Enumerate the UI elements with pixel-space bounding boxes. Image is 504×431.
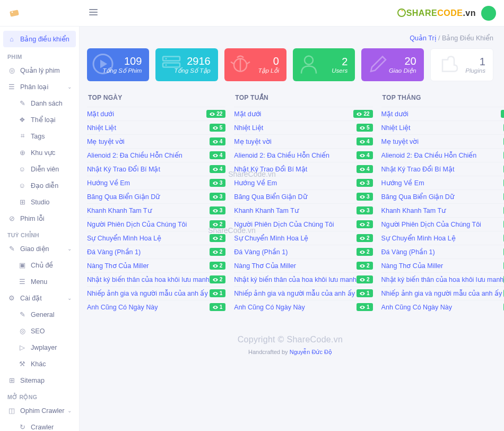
nav-chude[interactable]: ▣Chủ đề <box>0 257 79 273</box>
rank-link[interactable]: Nhiệt Liệt <box>87 124 210 132</box>
rank-link[interactable]: Khanh Khanh Tam Tư <box>87 206 210 214</box>
view-badge: 3 <box>210 179 226 187</box>
rank-link[interactable]: Mặt dưới <box>381 110 501 118</box>
rank-link[interactable]: Mặt dưới <box>234 110 353 118</box>
target-icon: ◎ <box>18 327 27 335</box>
rank-link[interactable]: Người Phiên Dịch Của Chúng Tôi <box>87 220 210 228</box>
nav-seo[interactable]: ◎SEO <box>0 323 79 339</box>
rank-row: Nàng Thơ Của Miller 2 <box>381 258 504 272</box>
nav-general[interactable]: ✎General <box>0 306 79 323</box>
rank-link[interactable]: Hướng Về Em <box>234 179 357 187</box>
author-link[interactable]: Nguyễn Đức Độ <box>290 349 332 355</box>
rank-row: Hướng Về Em 3 <box>87 176 225 189</box>
rank-link[interactable]: Nàng Thơ Của Miller <box>234 262 357 270</box>
nav-sitemap[interactable]: ⊞Sitemap <box>0 372 79 389</box>
rank-link[interactable]: Mặt dưới <box>87 110 206 118</box>
rank-link[interactable]: Nhiếp ảnh gia và người mẫu của anh ấy <box>234 289 357 297</box>
puzzle-icon <box>435 53 458 77</box>
rank-row: Băng Qua Biển Giận Dữ 3 <box>87 189 225 203</box>
rank-link[interactable]: Khanh Khanh Tam Tư <box>381 206 504 214</box>
rank-row: Alienoid 2: Đa Chiều Hỗn Chiến 4 <box>87 148 225 162</box>
rank-link[interactable]: Nàng Thơ Của Miller <box>87 262 210 270</box>
nav-khac[interactable]: ⚒Khác <box>0 356 79 372</box>
nav-ophim-crawler[interactable]: ◫Ophim Crawler⌄ <box>0 402 79 419</box>
nav-menu[interactable]: ☰Menu <box>0 273 79 290</box>
nav-dashboard[interactable]: ⌂Bảng điều khiển <box>3 31 76 47</box>
nav-quanly-phim[interactable]: ◎Quản lý phim <box>0 62 79 79</box>
chevron-down-icon: ⌄ <box>67 84 72 90</box>
stat-users[interactable]: 2 Users <box>293 48 355 81</box>
svg-line-9 <box>231 62 234 64</box>
nav-danhsach[interactable]: ✎Danh sách <box>0 95 79 111</box>
rank-row: Hướng Về Em 3 <box>381 176 504 189</box>
rank-link[interactable]: Băng Qua Biển Giận Dữ <box>234 193 357 201</box>
nav-crawler[interactable]: ↻Crawler <box>0 419 79 431</box>
nav-phanloai[interactable]: ☰Phân loại⌄ <box>0 79 79 95</box>
rank-link[interactable]: Nhật Ký Trao Đổi Bí Mật <box>234 165 357 173</box>
rank-link[interactable]: Alienoid 2: Đa Chiều Hỗn Chiến <box>87 151 210 159</box>
rank-link[interactable]: Người Phiên Dịch Của Chúng Tôi <box>234 220 357 228</box>
main-content: Quản Trị / Bảng Điều Khiển 109 Tổng Số P… <box>80 27 504 431</box>
rank-row: Alienoid 2: Đa Chiều Hỗn Chiến 4 <box>381 148 504 162</box>
rank-link[interactable]: Anh Cũng Có Ngày Này <box>381 304 504 311</box>
rank-link[interactable]: Đá Vàng (Phần 1) <box>234 248 357 256</box>
view-badge: 4 <box>210 151 226 159</box>
rank-link[interactable]: Nhật ký biến thân của hoa khôi lưu manh <box>234 275 357 283</box>
rank-link[interactable]: Nhiếp ảnh gia và người mẫu của anh ấy <box>87 289 210 297</box>
nav-studio[interactable]: ⊞Studio <box>0 194 79 210</box>
rank-row: Nhiệt Liệt 5 <box>87 120 225 134</box>
rank-link[interactable]: Nhật ký biến thân của hoa khôi lưu manh <box>381 275 504 283</box>
view-badge: 2 <box>210 262 226 270</box>
rank-link[interactable]: Mẹ tuyệt vời <box>87 137 210 145</box>
rank-link[interactable]: Mẹ tuyệt vời <box>234 137 357 145</box>
nav-daodien[interactable]: ☺Đạo diễn <box>0 177 79 194</box>
rank-link[interactable]: Alienoid 2: Đa Chiều Hỗn Chiến <box>381 151 504 159</box>
rank-row: Mặt dưới 22 <box>234 107 372 120</box>
nav-giaodien[interactable]: ✎Giao diện⌄ <box>0 240 79 257</box>
rank-row: Anh Cũng Có Ngày Này 1 <box>381 300 504 314</box>
rank-link[interactable]: Sự Chuyển Mình Hoa Lệ <box>381 234 504 242</box>
nav-jwplayer[interactable]: ▷Jwplayer <box>0 339 79 356</box>
rank-link[interactable]: Alienoid 2: Đa Chiều Hỗn Chiến <box>234 151 357 159</box>
view-badge: 2 <box>357 234 373 242</box>
stat-error-episodes[interactable]: 0 Tập Lỗi <box>224 48 286 81</box>
nav-phimloi[interactable]: ⊘Phim lỗi <box>0 210 79 227</box>
rank-link[interactable]: Nhiếp ảnh gia và người mẫu của anh ấy <box>381 289 504 297</box>
rank-link[interactable]: Nhiệt Liệt <box>234 124 357 132</box>
rank-link[interactable]: Khanh Khanh Tam Tư <box>234 206 357 214</box>
rank-row: Khanh Khanh Tam Tư 3 <box>87 203 225 217</box>
nav-khuvuc[interactable]: ⊕Khu vực <box>0 144 79 161</box>
rank-link[interactable]: Sự Chuyển Mình Hoa Lệ <box>234 234 357 242</box>
stat-total-episodes[interactable]: 2916 Tổng Số Tập <box>155 48 218 81</box>
rank-link[interactable]: Hướng Về Em <box>381 179 504 187</box>
stat-themes[interactable]: 20 Giao Diện <box>361 48 423 81</box>
rank-row: Nhiệt Liệt 5 <box>381 120 504 134</box>
rank-link[interactable]: Hướng Về Em <box>87 179 210 187</box>
user-avatar[interactable] <box>481 6 496 21</box>
rank-link[interactable]: Đá Vàng (Phần 1) <box>381 248 504 256</box>
app-logo[interactable] <box>8 8 23 19</box>
rank-link[interactable]: Người Phiên Dịch Của Chúng Tôi <box>381 220 504 228</box>
rank-link[interactable]: Sự Chuyển Mình Hoa Lệ <box>87 234 210 242</box>
rank-link[interactable]: Băng Qua Biển Giận Dữ <box>87 193 210 201</box>
rank-link[interactable]: Nhật Ký Trao Đổi Bí Mật <box>381 165 504 173</box>
rank-link[interactable]: Anh Cũng Có Ngày Này <box>87 304 210 311</box>
rank-link[interactable]: Nhật Ký Trao Đổi Bí Mật <box>87 165 210 173</box>
stat-total-films[interactable]: 109 Tổng Số Phim <box>87 48 149 81</box>
rank-link[interactable]: Mẹ tuyệt vời <box>381 137 504 145</box>
rank-link[interactable]: Nhiệt Liệt <box>381 124 504 132</box>
nav-tags[interactable]: ⌗Tags <box>0 128 79 144</box>
rank-link[interactable]: Nhật ký biến thân của hoa khôi lưu manh <box>87 275 210 283</box>
rank-link[interactable]: Nàng Thơ Của Miller <box>381 262 504 270</box>
view-badge: 22 <box>353 110 372 118</box>
nav-caidat[interactable]: ⚙Cài đặt⌄ <box>0 290 79 306</box>
sidebar-toggle[interactable] <box>89 7 98 19</box>
rank-row: Đá Vàng (Phần 1) 4 <box>381 245 504 258</box>
breadcrumb-admin[interactable]: Quản Trị <box>410 35 436 42</box>
rank-link[interactable]: Anh Cũng Có Ngày Này <box>234 304 357 311</box>
rank-link[interactable]: Băng Qua Biển Giận Dữ <box>381 193 504 201</box>
stat-plugins[interactable]: 1 Plugins <box>430 48 493 81</box>
rank-link[interactable]: Đá Vàng (Phần 1) <box>87 248 210 256</box>
nav-theloai[interactable]: ❖Thể loại <box>0 111 79 128</box>
nav-dienvien[interactable]: ☺Diễn viên <box>0 161 79 177</box>
